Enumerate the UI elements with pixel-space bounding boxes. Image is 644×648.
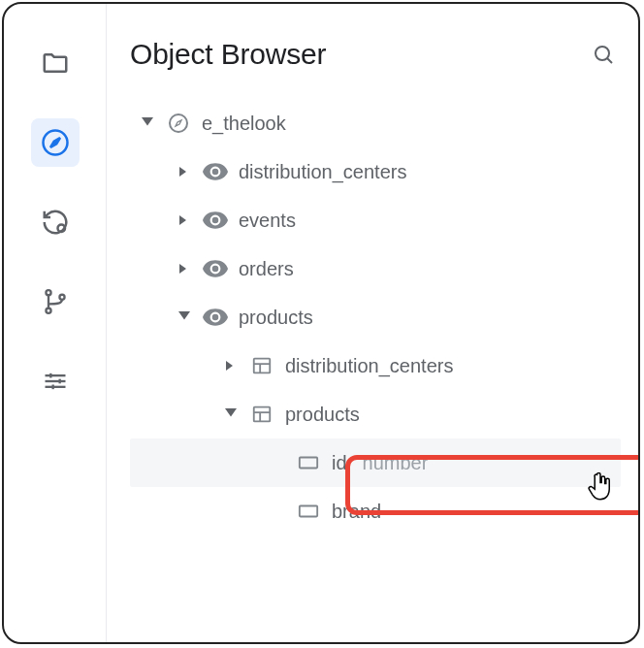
history-icon bbox=[41, 208, 70, 237]
tree-label: products bbox=[239, 307, 313, 329]
field-icon bbox=[295, 503, 322, 519]
tree-row-table[interactable]: distribution_centers bbox=[130, 341, 621, 390]
sidebar-item-compass[interactable] bbox=[31, 118, 80, 167]
tune-icon bbox=[42, 368, 69, 395]
caret-down-icon bbox=[223, 408, 239, 420]
svg-point-3 bbox=[46, 290, 50, 295]
svg-marker-1 bbox=[50, 138, 60, 147]
svg-point-2 bbox=[57, 225, 65, 233]
tree-label: distribution_centers bbox=[285, 355, 453, 377]
tree-row-field[interactable]: brand bbox=[130, 487, 621, 535]
sidebar-item-tune[interactable] bbox=[31, 357, 80, 405]
main-panel: Object Browser e_thelook bbox=[107, 4, 638, 642]
caret-right-icon bbox=[177, 263, 192, 275]
svg-marker-16 bbox=[176, 120, 181, 126]
svg-rect-26 bbox=[254, 407, 271, 422]
svg-point-12 bbox=[596, 47, 609, 60]
folder-icon bbox=[41, 49, 70, 78]
eye-icon bbox=[202, 259, 229, 278]
sidebar-item-folder[interactable] bbox=[31, 39, 80, 87]
svg-point-4 bbox=[46, 308, 50, 313]
svg-rect-30 bbox=[300, 506, 317, 517]
eye-icon bbox=[202, 211, 229, 230]
tree-row-view[interactable]: distribution_centers bbox=[130, 147, 621, 196]
search-icon bbox=[592, 43, 615, 66]
tree-label: id bbox=[332, 452, 347, 474]
svg-marker-19 bbox=[179, 264, 186, 274]
tree: e_thelook distribution_centers events bbox=[130, 99, 621, 535]
svg-line-13 bbox=[607, 58, 612, 63]
svg-marker-20 bbox=[178, 311, 190, 319]
svg-marker-25 bbox=[225, 408, 237, 416]
svg-point-15 bbox=[170, 114, 187, 132]
sidebar-item-history[interactable] bbox=[31, 198, 80, 246]
eye-icon bbox=[202, 162, 229, 181]
svg-marker-17 bbox=[179, 167, 186, 177]
branch-icon bbox=[42, 288, 69, 315]
svg-marker-18 bbox=[179, 215, 186, 225]
svg-point-5 bbox=[59, 295, 64, 300]
tree-row-view[interactable]: events bbox=[130, 196, 621, 244]
search-button[interactable] bbox=[586, 37, 621, 72]
svg-marker-21 bbox=[226, 361, 233, 371]
table-icon bbox=[248, 355, 275, 376]
tree-label: distribution_centers bbox=[239, 161, 406, 183]
svg-rect-29 bbox=[300, 458, 317, 469]
tree-label: orders bbox=[239, 258, 294, 280]
svg-marker-14 bbox=[142, 117, 153, 125]
caret-right-icon bbox=[223, 360, 239, 372]
compass-outline-icon bbox=[165, 112, 192, 135]
field-type: number bbox=[363, 452, 429, 474]
tree-row-view[interactable]: orders bbox=[130, 244, 621, 293]
tree-row-project[interactable]: e_thelook bbox=[130, 99, 621, 147]
compass-icon bbox=[41, 128, 70, 157]
tree-row-table[interactable]: products bbox=[130, 390, 621, 438]
caret-right-icon bbox=[177, 214, 192, 226]
svg-rect-22 bbox=[254, 359, 271, 373]
tree-row-field-highlighted[interactable]: id number bbox=[130, 438, 621, 487]
caret-down-icon bbox=[177, 311, 192, 323]
sidebar-item-branch[interactable] bbox=[31, 277, 80, 326]
tree-label: brand bbox=[332, 501, 381, 523]
eye-icon bbox=[202, 308, 229, 327]
table-icon bbox=[248, 404, 275, 425]
tree-label: products bbox=[285, 404, 360, 426]
tree-label: e_thelook bbox=[202, 113, 286, 135]
tree-label: events bbox=[239, 210, 296, 232]
caret-right-icon bbox=[177, 166, 192, 178]
sidebar bbox=[4, 4, 107, 642]
field-icon bbox=[295, 455, 322, 470]
caret-down-icon bbox=[140, 117, 155, 129]
header: Object Browser bbox=[130, 37, 621, 72]
tree-row-view[interactable]: products bbox=[130, 293, 621, 341]
page-title: Object Browser bbox=[130, 38, 326, 71]
